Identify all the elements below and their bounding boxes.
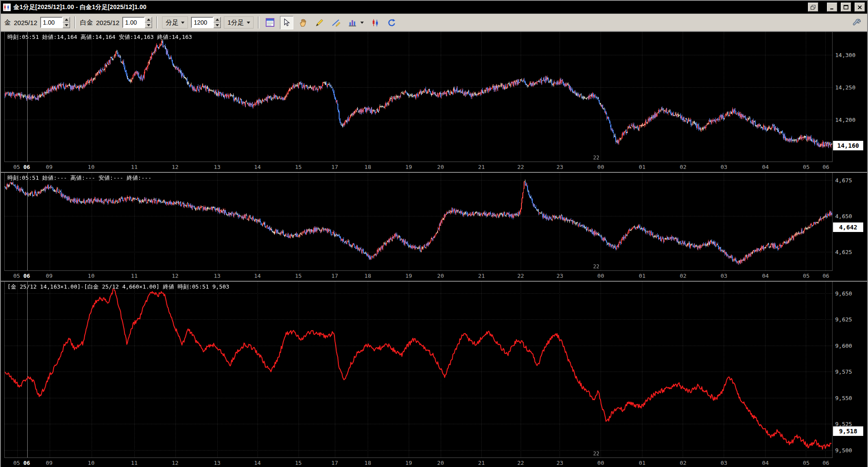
time-axis-label: 02 — [680, 273, 687, 279]
gold-chart-plot[interactable]: 時刻:05:51 始値:14,164 高値:14,164 安値:14,163 終… — [4, 32, 833, 162]
time-axis-label: 14 — [254, 460, 261, 466]
time-axis-label: 01 — [639, 460, 645, 466]
last-price-badge: 9,518 — [833, 426, 863, 436]
time-axis-label: 04 — [762, 273, 769, 279]
platinum-multiplier-up-button[interactable] — [145, 17, 152, 22]
bar-period-dropdown[interactable]: 分足 — [162, 16, 188, 29]
spread-formula-readout: [金 25/12 14,163×1.00]-[白金 25/12 4,660×1.… — [7, 283, 229, 291]
time-axis-label: 20 — [437, 273, 444, 279]
minimize-icon — [829, 4, 835, 10]
wrench-icon — [852, 18, 862, 27]
spread-chart-plot[interactable]: [金 25/12 14,163×1.00]-[白金 25/12 4,660×1.… — [4, 282, 833, 457]
gold-multiplier-down-button[interactable] — [63, 22, 70, 28]
time-axis-label: 22 — [517, 164, 524, 170]
bar-count-down-button[interactable] — [213, 22, 221, 28]
platinum-symbol-label: 白金 — [80, 19, 93, 27]
date-change-label: 22 — [593, 451, 599, 457]
price-axis-tick-label: 4,625 — [835, 248, 852, 255]
wrench-settings-button[interactable] — [850, 16, 864, 29]
gold-multiplier-input[interactable] — [40, 17, 63, 28]
trend-line-pencil-icon — [331, 18, 340, 27]
minimize-button[interactable] — [827, 3, 837, 12]
bar-count-up-button[interactable] — [213, 17, 221, 22]
time-axis-label: 10 — [88, 460, 95, 466]
price-axis-tick-label: 9,550 — [835, 394, 852, 401]
time-axis-label: 18 — [364, 273, 371, 279]
time-axis-label: 12 — [172, 460, 178, 466]
gold-time-axis: 0506091011121314151718192021222300010203… — [4, 162, 833, 172]
time-axis-label: 05 — [13, 273, 20, 279]
refresh-button[interactable] — [385, 16, 398, 29]
chart-settings-button[interactable] — [264, 16, 277, 29]
time-axis-label: 00 — [598, 460, 604, 466]
platinum-chart-panel: 時刻:05:51 始値:--- 高値:--- 安値:--- 終値:--- 22 … — [1, 172, 867, 281]
spread-chart-panel: [金 25/12 14,163×1.00]-[白金 25/12 4,660×1.… — [1, 281, 867, 467]
platinum-candlestick-canvas[interactable] — [5, 173, 832, 270]
toolbar-separator — [258, 16, 259, 29]
time-axis-label: 05 — [803, 460, 810, 466]
compare-chart-button[interactable] — [369, 16, 382, 29]
down-arrow-icon — [65, 24, 68, 26]
price-axis-tick-label: 9,625 — [835, 316, 852, 323]
time-axis-label: 20 — [437, 164, 444, 170]
close-button[interactable] — [855, 3, 865, 12]
draw-line-tool-button[interactable] — [313, 16, 326, 29]
platinum-chart-plot[interactable]: 時刻:05:51 始値:--- 高値:--- 安値:--- 終値:--- 22 — [4, 173, 833, 270]
gold-symbol-label: 金 — [4, 19, 11, 27]
time-axis-label: 04 — [762, 164, 769, 170]
time-axis-label: 01 — [639, 273, 645, 279]
time-axis-label: 15 — [295, 460, 302, 466]
platinum-time-axis: 0506091011121314151718192021222300010203… — [4, 270, 833, 281]
gold-multiplier-up-button[interactable] — [63, 17, 70, 22]
time-axis-label: 05 — [803, 273, 810, 279]
platinum-month-label: 2025/12 — [96, 19, 119, 26]
app-icon — [3, 3, 11, 11]
platinum-multiplier-spin-buttons — [145, 17, 152, 28]
bar-period-label: 分足 — [165, 19, 178, 27]
platinum-multiplier-down-button[interactable] — [145, 22, 152, 28]
time-axis-label: 09 — [46, 273, 53, 279]
time-axis-label: 17 — [331, 164, 338, 170]
time-axis-label: 17 — [331, 273, 338, 279]
time-axis-label: 10 — [88, 164, 95, 170]
time-axis-label: 12 — [172, 273, 178, 279]
chart-style-combo — [346, 16, 366, 29]
dropdown-arrow-icon — [247, 22, 250, 24]
maximize-button[interactable] — [841, 3, 851, 12]
bar-chart-icon — [348, 18, 357, 27]
gold-price-scale: 14,30014,25014,20014,160 — [833, 32, 867, 162]
time-axis-label: 10 — [88, 273, 95, 279]
platinum-multiplier-input[interactable] — [122, 17, 145, 28]
up-arrow-icon — [216, 19, 219, 21]
chart-style-dropdown-arrow[interactable] — [359, 16, 366, 29]
time-axis-label: 05 — [803, 164, 810, 170]
time-axis-label: 21 — [478, 460, 485, 466]
time-axis-label: 01 — [639, 164, 645, 170]
time-axis-label: 21 — [478, 273, 485, 279]
close-icon — [857, 4, 863, 10]
chart-style-button[interactable] — [346, 16, 359, 29]
title-bar: 金1分足[2025/12]1.00 - 白金1分足[2025/12]1.00 — [1, 1, 867, 14]
time-axis-label: 06 — [823, 460, 830, 466]
popout-window-icon — [810, 4, 816, 10]
cursor-arrow-icon — [282, 18, 291, 27]
time-axis-label: 09 — [46, 460, 53, 466]
interval-dropdown[interactable]: 1分足 — [224, 16, 253, 29]
float-window-button[interactable] — [808, 3, 818, 12]
cursor-tool-button[interactable] — [280, 16, 293, 29]
time-axis-label: 13 — [214, 164, 221, 170]
time-axis-label: 06 — [23, 460, 30, 466]
time-axis-label: 18 — [364, 460, 371, 466]
bar-count-input[interactable] — [191, 17, 213, 28]
time-axis-label: 22 — [517, 460, 524, 466]
gold-candlestick-canvas[interactable] — [5, 32, 832, 162]
hand-icon — [299, 18, 308, 27]
spread-line-canvas[interactable] — [5, 282, 832, 457]
time-axis-label: 23 — [556, 460, 563, 466]
draw-trend-tool-button[interactable] — [329, 16, 343, 29]
price-axis-tick-label: 9,500 — [835, 447, 852, 454]
last-price-badge: 4,642 — [833, 222, 863, 232]
price-axis-tick-label: 14,300 — [835, 51, 855, 58]
toolbar-separator — [74, 16, 76, 29]
pan-tool-button[interactable] — [296, 16, 310, 29]
